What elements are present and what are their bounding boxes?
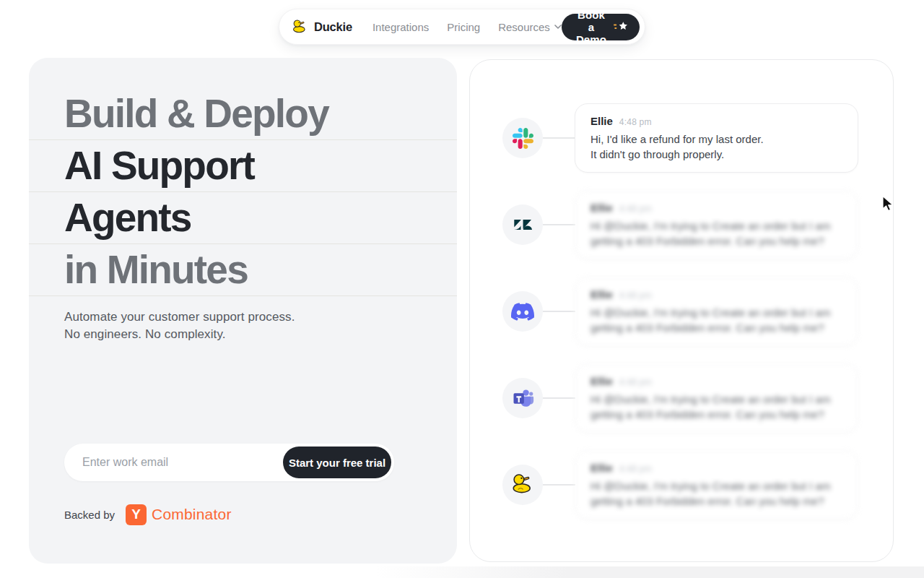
chevron-down-icon [554,25,562,29]
hero-subtitle: Automate your customer support process. … [64,309,295,342]
nav-links: Integrations Pricing Resources [372,21,562,33]
headline-line-4: in Minutes [29,244,457,296]
backed-by-row: Backed by Y Combinator [64,503,232,526]
y-combinator-icon: Y [126,504,147,525]
zendesk-icon [502,204,543,245]
top-navbar: Duckie Integrations Pricing Resources Bo… [279,9,645,45]
message-time: 4:48 pm [619,464,652,474]
message-text: Hi, I'd like a refund for my last order.… [590,131,842,162]
start-free-trial-button[interactable]: Start your free trial [283,447,391,478]
chat-row-duckie: Ellie 4:48 pm Hi @Duckie, I'm trying to … [470,450,893,519]
duckie-duck-icon [502,465,543,505]
nav-link-integrations[interactable]: Integrations [372,21,429,33]
sender-name: Ellie [590,375,613,387]
brand-logo[interactable]: Duckie [292,19,352,35]
message-text: Hi @Duckie, I'm trying to Create an orde… [590,478,842,509]
brand-name: Duckie [314,20,352,34]
headline-line-2: AI Support [29,140,457,192]
chat-message-card: Ellie 4:48 pm Hi @Duckie, I'm trying to … [575,450,858,519]
chat-message-card: Ellie 4:48 pm Hi @Duckie, I'm trying to … [575,190,858,259]
message-text: Hi @Duckie, I'm trying to Create an orde… [590,392,842,422]
message-time: 4:48 pm [619,377,652,387]
next-section-edge [375,566,924,578]
book-demo-button[interactable]: Book a Demo [562,14,640,40]
connector-line [543,137,575,139]
message-time: 4:48 pm [619,117,652,127]
headline-line-3: Agents [29,192,457,244]
sender-name: Ellie [590,462,613,474]
email-signup-form: Start your free trial [64,444,394,481]
chat-row-slack: Ellie 4:48 pm Hi, I'd like a refund for … [470,103,893,173]
y-combinator-name: Combinator [152,506,232,523]
hero-panel: Build & Deploy AI Support Agents in Minu… [29,58,457,564]
chat-message-card: Ellie 4:48 pm Hi @Duckie, I'm trying to … [575,277,858,346]
ms-teams-icon [502,378,543,418]
chat-message-card: Ellie 4:48 pm Hi @Duckie, I'm trying to … [575,363,858,433]
connector-line [543,311,575,312]
nav-link-pricing[interactable]: Pricing [447,21,480,33]
chat-demo-panel: Ellie 4:48 pm Hi, I'd like a refund for … [469,59,894,562]
connector-line [543,484,575,486]
chat-row-ms-teams: Ellie 4:48 pm Hi @Duckie, I'm trying to … [470,363,893,433]
sender-name: Ellie [590,115,613,127]
hero-headline: Build & Deploy AI Support Agents in Minu… [29,88,457,296]
sparkle-star-icon [614,21,629,33]
connector-line [543,397,575,399]
discord-icon [502,291,543,332]
headline-line-1: Build & Deploy [29,88,457,140]
chat-row-zendesk: Ellie 4:48 pm Hi @Duckie, I'm trying to … [470,190,893,259]
chat-message-card: Ellie 4:48 pm Hi, I'd like a refund for … [575,103,858,173]
sender-name: Ellie [590,202,613,214]
connector-line [543,224,575,225]
message-text: Hi @Duckie, I'm trying to Create an orde… [590,305,842,335]
nav-link-resources[interactable]: Resources [498,21,562,33]
chat-row-discord: Ellie 4:48 pm Hi @Duckie, I'm trying to … [470,277,893,346]
message-text: Hi @Duckie, I'm trying to Create an orde… [590,218,842,249]
sender-name: Ellie [590,288,613,301]
backed-by-label: Backed by [64,509,115,521]
message-time: 4:48 pm [619,290,652,301]
slack-icon [502,118,543,158]
duck-logo-icon [292,19,308,35]
message-time: 4:48 pm [619,204,652,214]
